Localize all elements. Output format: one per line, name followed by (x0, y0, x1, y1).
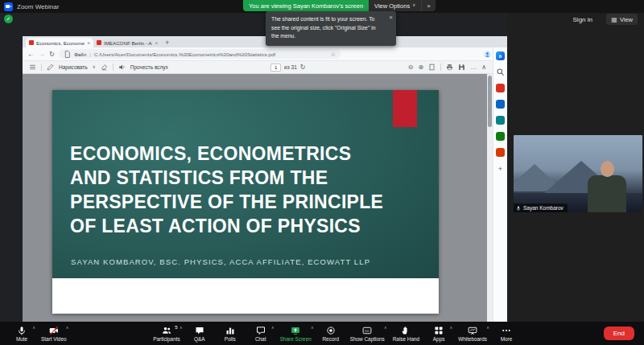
new-tab-button[interactable]: + (165, 39, 169, 47)
app-title: Zoom Webinar (17, 3, 59, 10)
start-video-button[interactable]: ∧ Start Video (37, 324, 71, 343)
end-button[interactable]: End (604, 327, 634, 340)
zoom-toolbar: ∧ Mute ∧ Start Video ∧ 5 Participants Q&… (0, 322, 644, 345)
tooltip-close-button[interactable]: × (390, 13, 393, 23)
read-aloud-label[interactable]: Прочесть вслух (130, 64, 168, 70)
polls-button[interactable]: Polls (215, 324, 246, 343)
view-options-label: View Options (374, 2, 410, 10)
pdf-page: ECONOMICS, ECONOMETRICS AND STATISTICS F… (52, 90, 439, 314)
share-screen-button[interactable]: ∧ Share Screen (276, 324, 316, 343)
share-screen-icon (291, 326, 300, 335)
draw-label[interactable]: Нарисовать (59, 64, 88, 70)
camera-off-icon (49, 326, 59, 335)
refresh-icon[interactable]: ↻ (49, 50, 55, 58)
whiteboard-icon (468, 326, 477, 335)
draw-pencil-icon[interactable] (47, 64, 54, 71)
participants-icon (162, 326, 171, 335)
record-icon (326, 326, 336, 335)
sidebar-games-icon[interactable] (496, 132, 505, 141)
sidebar-designer-icon[interactable] (496, 116, 505, 125)
sign-in-link[interactable]: Sign in (573, 16, 592, 23)
more-button[interactable]: More (491, 324, 522, 343)
pdf-menu-icon[interactable] (29, 64, 36, 71)
address-url: C:/Users/Acer/Documents/Economics,%20Eco… (94, 51, 327, 57)
page-number-input[interactable]: 1 (270, 64, 281, 72)
address-input[interactable]: Файл | C:/Users/Acer/Documents/Economics… (59, 49, 341, 59)
zoom-out-icon[interactable]: ⊖ (408, 64, 414, 71)
browser-address-bar: ← → ↻ Файл | C:/Users/Acer/Documents/Eco… (23, 47, 507, 61)
tab-economics-pdf[interactable]: Economics, Econometrics and St... × (26, 38, 93, 47)
profile-avatar-icon[interactable] (484, 51, 491, 58)
forward-icon[interactable]: → (39, 50, 46, 58)
tab-close-icon[interactable]: × (87, 40, 90, 46)
sidebar-outlook-icon[interactable] (496, 100, 505, 109)
chevron-up-icon[interactable]: ∧ (311, 325, 314, 330)
bing-copilot-icon[interactable]: b (496, 51, 505, 60)
tab-close-icon[interactable]: × (155, 40, 158, 46)
read-aloud-icon[interactable] (118, 64, 126, 71)
tab-imeaconf-pdf[interactable]: IMEACONF Berlin - Aug 2023.pdf × (93, 38, 161, 47)
eraser-icon[interactable] (101, 64, 108, 71)
pdf-zoom-controls: ⊖ ⊕ … ∧ (408, 64, 486, 71)
view-button[interactable]: ▦ View (606, 14, 638, 25)
back-icon[interactable]: ← (27, 50, 35, 58)
slide-title-line: PERSPECTIVE OF THE PRINCIPLE (70, 190, 383, 214)
slide-red-accent (393, 90, 417, 127)
participant-name-tag: Sayan Kombarov (514, 203, 568, 212)
chevron-up-icon[interactable]: ∧ (449, 325, 452, 330)
edge-sidebar: b + (493, 47, 507, 322)
chat-button[interactable]: ∧ Chat (246, 324, 276, 343)
qa-bubble-icon (195, 326, 204, 335)
chevron-up-icon[interactable]: ∧ (180, 325, 183, 330)
mute-button[interactable]: ∧ Mute (6, 324, 37, 343)
chevron-up-icon[interactable]: ∧ (384, 325, 387, 330)
whiteboards-button[interactable]: ∧ Whiteboards (454, 324, 491, 343)
save-icon[interactable] (458, 64, 465, 71)
zoom-in-icon[interactable]: ⊕ (418, 64, 423, 71)
raise-hand-button[interactable]: Raise Hand (389, 324, 423, 343)
pdf-favicon (97, 40, 101, 45)
record-button[interactable]: Record (316, 324, 346, 343)
participants-button[interactable]: ∧ 5 Participants (149, 324, 184, 343)
apps-grid-icon (434, 326, 444, 335)
zoom-webinar-window: Zoom Webinar You are viewing Sayan Komba… (0, 0, 644, 345)
sidebar-add-icon[interactable]: + (496, 164, 505, 173)
rotate-icon[interactable]: ↻ (300, 64, 306, 71)
svg-text:CC: CC (365, 328, 369, 332)
chevron-up-icon[interactable]: ∧ (32, 325, 35, 330)
participant-video[interactable]: Sayan Kombarov (514, 135, 642, 212)
zoom-logo-icon (4, 2, 13, 11)
shared-screen: Economics, Econometrics and St... × IMEA… (23, 36, 507, 322)
chevron-up-icon[interactable]: ∧ (66, 325, 69, 330)
apps-button[interactable]: ∧ Apps (423, 324, 454, 343)
chevron-up-icon[interactable]: ∧ (486, 325, 489, 330)
page-controls: 1 из 31 ↻ (270, 64, 305, 72)
pdf-more-icon[interactable]: … (470, 64, 477, 71)
check-icon: ✓ (6, 16, 11, 23)
chevron-down-icon[interactable]: ∨ (93, 65, 96, 70)
divider (440, 64, 441, 71)
print-icon[interactable] (446, 64, 453, 71)
qa-button[interactable]: Q&A (184, 324, 215, 343)
tooltip-text: The shared content is fit to your screen… (271, 16, 376, 39)
sidebar-shopping-icon[interactable] (496, 148, 505, 157)
view-options-button[interactable]: View Options ∨ (369, 0, 421, 11)
collapse-toolbar-icon[interactable]: ∧ (481, 64, 486, 71)
favorite-star-icon[interactable]: ☆ (330, 51, 336, 58)
chat-bubble-icon (256, 326, 266, 335)
chevron-up-icon[interactable]: ∧ (271, 325, 275, 330)
page-total-label: из 31 (284, 64, 297, 70)
participant-head (601, 161, 614, 177)
slide-title-line: OF LEAST ACTION OF PHYSICS (70, 214, 383, 238)
pdf-scrollbar[interactable] (487, 74, 493, 322)
fit-page-icon[interactable] (428, 64, 436, 71)
security-shield-icon[interactable]: ✓ (4, 14, 13, 23)
scrollbar-thumb[interactable] (488, 76, 492, 127)
captions-button[interactable]: ∧ CC Show Captions (346, 324, 389, 343)
sidebar-office-icon[interactable] (496, 84, 505, 92)
sidebar-search-icon[interactable] (496, 68, 505, 76)
pdf-favicon (29, 40, 34, 45)
participant-name: Sayan Kombarov (523, 205, 564, 211)
banner-close-button[interactable]: × (421, 0, 436, 11)
captions-icon: CC (362, 326, 372, 335)
